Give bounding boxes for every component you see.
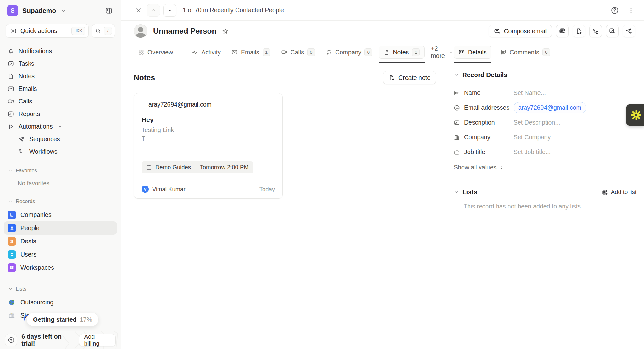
list-plus-icon [602,189,608,195]
detail-value-placeholder[interactable]: Set Name... [514,89,546,97]
deals-icon: S [8,237,16,246]
upgrade-icon[interactable] [5,334,17,346]
tab-details[interactable]: Details [454,46,491,59]
add-task-button[interactable] [606,25,619,37]
note-title-link[interactable]: aray72694@gmail.com [148,101,212,109]
help-icon[interactable] [611,6,619,14]
detail-value-placeholder[interactable]: Set Job title... [514,148,551,156]
add-to-sequence-button[interactable] [623,25,635,37]
sidebar-item-label: Automations [19,123,53,130]
note-event-chip[interactable]: Demo Guides — Tomorrow 2:00 PM [142,161,253,173]
tab-notes[interactable]: Notes 1 [379,46,425,59]
bell-icon [8,48,14,54]
sidebar-item-people[interactable]: People [4,221,117,235]
chevron-down-icon [454,72,459,77]
lists-section-header[interactable]: Lists [4,285,117,292]
favorites-empty: No favorites [4,178,117,189]
sidebar-item-sequences[interactable]: Sequences [14,133,117,145]
detail-row-email: Email addresses aray72694@gmail.com [454,100,636,115]
compose-email-label: Compose email [504,28,547,35]
sidebar-item-label: Outsourcing [20,299,53,306]
star-icon[interactable] [222,28,229,35]
detail-row-name: Name Set Name... [454,86,636,100]
detail-value-placeholder[interactable]: Set Company [514,134,551,141]
next-record-button[interactable] [163,4,176,17]
tab-label: Details [468,49,487,56]
supademo-floating-widget[interactable] [626,104,644,126]
tab-company[interactable]: Company 0 [321,46,377,59]
tab-emails[interactable]: Emails 1 [227,46,275,59]
sidebar-item-users[interactable]: Users [4,248,117,261]
search-button[interactable]: / [92,24,115,38]
favorites-label: Favorites [16,168,37,174]
show-all-label: Show all values [454,164,497,171]
sidebar-item-emails[interactable]: Emails [4,82,117,95]
records-section-header[interactable]: Records [4,197,117,205]
add-record-button[interactable] [556,25,569,37]
add-billing-button[interactable]: Add billing [79,334,116,346]
more-menu-icon[interactable] [628,7,635,14]
sidebar-item-notes[interactable]: Notes [4,70,117,82]
tab-comments[interactable]: Comments 0 [496,46,555,59]
sidebar-item-tasks[interactable]: Tasks [4,57,117,70]
sidebar-item-calls[interactable]: Calls [4,95,117,108]
notes-heading: Notes [134,73,155,82]
trial-message: 6 days left on trial! [21,333,74,347]
sidebar-item-workspaces[interactable]: Workspaces [4,261,117,274]
create-note-button[interactable]: Create note [383,71,436,84]
sidebar-item-label: Notifications [19,47,52,55]
sidebar-item-deals[interactable]: S Deals [4,235,117,248]
sidebar-item-reports[interactable]: Reports [4,108,117,120]
tab-calls[interactable]: Calls 0 [277,46,319,59]
chevron-down-icon[interactable] [61,8,66,14]
workspace-avatar: S [7,5,18,16]
sidebar-item-companies[interactable]: Companies [4,208,117,221]
tab-activity[interactable]: Activity [187,46,225,59]
compose-email-button[interactable]: Compose email [489,25,552,37]
email-value-chip[interactable]: aray72694@gmail.com [514,102,586,113]
author-avatar: V [142,186,149,193]
create-note-icon-button[interactable] [573,25,585,37]
tab-label: Calls [291,49,304,56]
at-sign-icon [454,105,460,111]
detail-value-placeholder[interactable]: Set Description... [514,119,560,126]
note-event-label: Demo Guides — Tomorrow 2:00 PM [155,164,249,171]
details-card-icon [458,49,465,55]
note-card[interactable]: aray72694@gmail.com Hey Testing Link T D… [134,93,283,199]
video-icon [281,49,287,55]
sidebar-item-notifications[interactable]: Notifications [4,45,117,57]
sidebar-item-automations[interactable]: Automations [4,120,117,133]
add-to-list-label: Add to list [611,189,636,196]
sidebar-item-outsourcing[interactable]: Outsourcing [4,296,117,309]
chevron-right-icon [499,165,504,170]
previous-record-button[interactable] [147,4,160,17]
app-window: S Supademo Quick actions ⌘K / [0,0,644,349]
close-icon[interactable] [133,5,144,16]
create-note-label: Create note [398,74,430,81]
note-plus-icon [388,75,395,81]
favorites-section-header[interactable]: Favorites [4,167,117,174]
person-avatar [134,24,147,38]
activity-icon [192,49,198,55]
section-divider [445,219,644,219]
details-panel: Details Comments 0 Record Details [445,42,644,349]
getting-started-widget[interactable]: Getting started 17% [26,313,99,326]
notes-panel: Notes Create note aray72694@gmail.com He… [121,63,445,349]
show-all-values-link[interactable]: Show all values [454,164,504,171]
sidebar-item-workflows[interactable]: Workflows [14,145,117,158]
record-details-header[interactable]: Record Details [454,71,636,79]
workflow-button[interactable] [589,25,602,37]
send-plus-icon [625,28,632,35]
tab-overview[interactable]: Overview [134,46,177,59]
collapse-sidebar-icon[interactable] [103,5,114,16]
note-icon [8,73,14,80]
automations-children: Sequences Workflows [11,133,117,158]
quick-actions-button[interactable]: Quick actions ⌘K [6,24,89,38]
tab-more[interactable]: +2 more [426,46,457,59]
grid-icon [138,49,144,55]
quick-actions-label: Quick actions [20,27,57,35]
add-to-list-button[interactable]: Add to list [602,189,636,196]
records-list: Companies People S Deals Users Workspace… [4,208,117,274]
workspace-name[interactable]: Supademo [22,7,56,14]
lists-section: Lists Add to list This record has not be… [445,180,644,219]
